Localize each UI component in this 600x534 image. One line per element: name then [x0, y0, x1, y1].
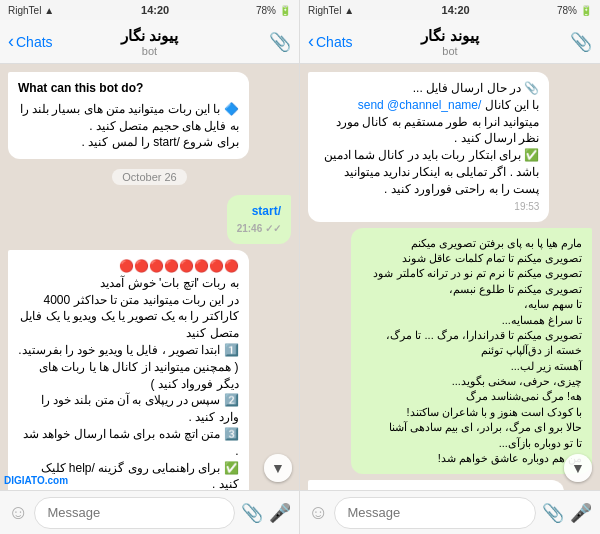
- header-actions-left: 📎: [269, 31, 291, 53]
- back-arrow-left: ‹: [8, 31, 14, 52]
- emoji-icon-right[interactable]: ☺: [308, 501, 328, 524]
- status-left: RighTel ▲: [8, 5, 54, 16]
- status-bar-left: RighTel ▲ 14:20 78% 🔋: [0, 0, 299, 20]
- attach-bottom-icon-right[interactable]: 📎: [542, 502, 564, 524]
- panel-right: RighTel ▲ 14:20 78% 🔋 ‹ Chats پیوند نگار…: [300, 0, 600, 534]
- battery-left: 78%: [256, 5, 276, 16]
- chat-header-left: ‹ Chats پیوند نگار bot 📎: [0, 20, 299, 64]
- battery-icon-right: 🔋: [580, 5, 592, 16]
- chat-header-right: ‹ Chats پیوند نگار bot 📎: [300, 20, 600, 64]
- time-left: 14:20: [141, 4, 169, 16]
- message-send-file: 📎 در حال ارسال فایل ... با این کانال /se…: [308, 72, 549, 222]
- back-button-right[interactable]: ‹ Chats: [308, 31, 353, 52]
- chat-panel-right: RighTel ▲ 14:20 78% 🔋 ‹ Chats پیوند نگار…: [300, 0, 600, 534]
- chat-subtitle-right: bot: [421, 45, 478, 57]
- battery-icon-left: 🔋: [279, 5, 291, 16]
- status-bar-right: RighTel ▲ 14:20 78% 🔋: [300, 0, 600, 20]
- header-actions-right: 📎: [570, 31, 592, 53]
- header-center-right: پیوند نگار bot: [421, 27, 478, 57]
- carrier-left: RighTel: [8, 5, 41, 16]
- emoji-icon-left[interactable]: ☺: [8, 501, 28, 524]
- attach-bottom-icon-left[interactable]: 📎: [241, 502, 263, 524]
- message-text-bot-what: What can this bot do?: [18, 80, 239, 97]
- chat-title-left: پیوند نگار: [121, 27, 178, 45]
- send-file-text: 📎 در حال ارسال فایل ... با این کانال /se…: [318, 80, 539, 198]
- emoji-balls: 🔴🔴🔴🔴🔴🔴🔴🔴: [119, 259, 239, 273]
- start-cmd-time: 21:46 ✓✓: [237, 222, 281, 236]
- message-text-bot-start: برای شروع /start را لمس کنید .: [18, 134, 239, 151]
- message-start-cmd: /start 21:46 ✓✓: [227, 195, 291, 244]
- back-label-right: Chats: [316, 34, 353, 50]
- start-command-text: /start: [252, 204, 281, 218]
- chat-area-right[interactable]: 📎 در حال ارسال فایل ... با این کانال /se…: [300, 64, 600, 490]
- panel-left: RighTel ▲ 14:20 78% 🔋 ‹ Chats پیوند نگار…: [0, 0, 300, 534]
- mic-icon-right[interactable]: 🎤: [570, 502, 592, 524]
- bot-welcome-text: 🔴🔴🔴🔴🔴🔴🔴🔴 به ربات 'اتچ بات' خوش آمدید در …: [18, 258, 239, 490]
- chat-subtitle-left: bot: [121, 45, 178, 57]
- scroll-down-btn-left[interactable]: ▼: [264, 454, 292, 482]
- watermark: DIGIATO.com: [4, 475, 68, 486]
- chat-title-right: پیوند نگار: [421, 27, 478, 45]
- status-right: 78% 🔋: [256, 5, 291, 16]
- carrier-right: RighTel: [308, 5, 341, 16]
- signal-icon: ▲: [44, 5, 54, 16]
- attach-icon-left[interactable]: 📎: [269, 32, 291, 52]
- message-input-left[interactable]: [34, 497, 235, 529]
- signal-icon-right: ▲: [344, 5, 354, 16]
- message-telegram-image: Telegram: [308, 480, 564, 490]
- message-text-bot-desc: 🔷 با این ربات میتوانید متن های بسیار بلن…: [18, 101, 239, 135]
- send-file-time: 19:53: [318, 200, 539, 214]
- telegram-label: Telegram: [312, 484, 560, 490]
- message-bot-welcome: 🔴🔴🔴🔴🔴🔴🔴🔴 به ربات 'اتچ بات' خوش آمدید در …: [8, 250, 249, 490]
- header-center-left: پیوند نگار bot: [121, 27, 178, 57]
- attach-icon-right[interactable]: 📎: [570, 32, 592, 52]
- time-right: 14:20: [442, 4, 470, 16]
- status-left-right: RighTel ▲: [308, 5, 354, 16]
- chat-area-left[interactable]: What can this bot do? 🔷 با این ربات میتو…: [0, 64, 299, 490]
- date-separator-oct26: October 26: [112, 169, 186, 185]
- scroll-down-btn-right[interactable]: ▼: [564, 454, 592, 482]
- bottom-bar-left: ☺ 📎 🎤: [0, 490, 299, 534]
- back-button-left[interactable]: ‹ Chats: [8, 31, 53, 52]
- back-label-left: Chats: [16, 34, 53, 50]
- status-right-right: 78% 🔋: [557, 5, 592, 16]
- mic-icon-left[interactable]: 🎤: [269, 502, 291, 524]
- message-input-right[interactable]: [334, 497, 536, 529]
- back-arrow-right: ‹: [308, 31, 314, 52]
- bottom-bar-right: ☺ 📎 🎤: [300, 490, 600, 534]
- message-poem: مارم هیا پا به پای برفتن تصویری میکنم تص…: [351, 228, 592, 475]
- poem-text: مارم هیا پا به پای برفتن تصویری میکنم تص…: [361, 236, 582, 467]
- battery-right: 78%: [557, 5, 577, 16]
- chat-panel-left: RighTel ▲ 14:20 78% 🔋 ‹ Chats پیوند نگار…: [0, 0, 300, 534]
- message-bot-info: What can this bot do? 🔷 با این ربات میتو…: [8, 72, 249, 159]
